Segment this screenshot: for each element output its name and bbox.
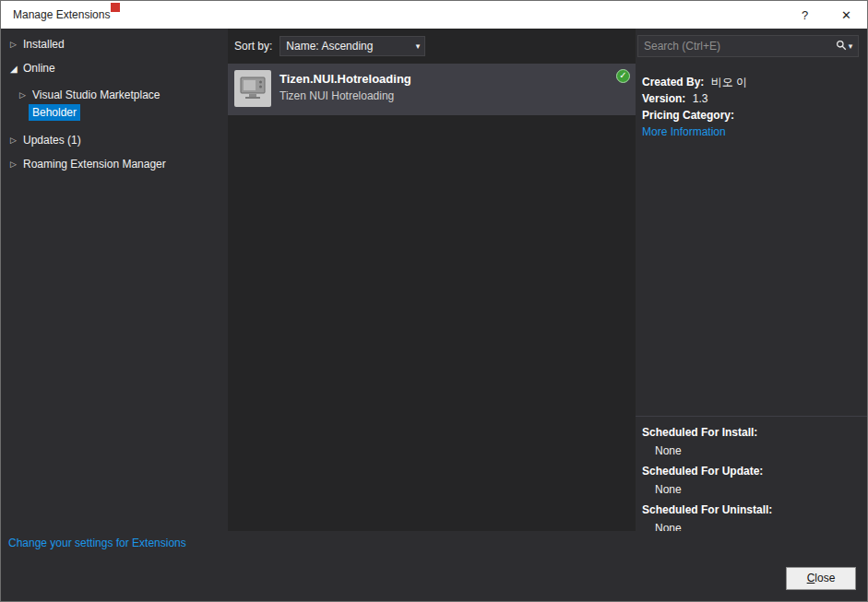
search-button[interactable]: ▾ [830,36,858,56]
scheduled-install-value: None [642,442,860,460]
extension-icon [234,70,271,107]
extension-subtitle: Tizen NUI Hotreloading [279,89,411,102]
scheduled-update-value: None [642,480,860,499]
help-button[interactable]: ? [784,1,826,29]
chevron-right-icon[interactable]: ▷ [10,40,23,49]
extension-title: Tizen.NUI.Hotreloading [279,72,411,86]
change-settings-link[interactable]: Change your settings for Extensions [8,537,186,549]
close-button[interactable]: Close [786,567,856,590]
sidebar-item-label: Online [23,62,55,75]
scheduled-section: Scheduled For Install: None Scheduled Fo… [636,416,867,539]
chevron-right-icon[interactable]: ▷ [10,159,23,169]
pricing-category-label: Pricing Category: [642,109,734,122]
version-value: 1.3 [693,92,708,105]
installed-check-badge: ✓ [616,69,630,83]
sort-by-label: Sort by: [234,40,272,53]
sidebar-item-updates[interactable]: ▷ Updates (1) [1,130,228,150]
sidebar-item-beholder[interactable]: Beholder [1,103,228,121]
titlebar-buttons: ? ✕ [784,1,867,29]
red-indicator [111,3,120,12]
search-box: ▾ [637,35,859,57]
chevron-down-icon: ▾ [847,41,853,51]
created-by-line: Created By: 비오 이 [642,77,860,89]
manage-extensions-dialog: Manage Extensions ? ✕ ▷ Installed ◢ Onli… [0,0,868,602]
created-by-value: 비오 이 [711,76,747,89]
sort-dropdown[interactable]: Name: Ascending ▾ [279,36,425,56]
chevron-right-icon[interactable]: ▷ [10,136,23,145]
sidebar-item-label: Updates (1) [23,134,81,147]
footer: Change your settings for Extensions Clos… [1,531,867,601]
sort-row: Sort by: Name: Ascending ▾ [228,29,636,64]
main-area: ▷ Installed ◢ Online ▷ Visual Studio Mar… [1,29,867,531]
sidebar-item-roaming-extension-manager[interactable]: ▷ Roaming Extension Manager [1,154,228,174]
sidebar: ▷ Installed ◢ Online ▷ Visual Studio Mar… [1,29,228,531]
sort-dropdown-value: Name: Ascending [286,40,411,53]
extension-list-panel: Sort by: Name: Ascending ▾ [228,29,636,531]
details-panel: ▾ Created By: 비오 이 Version: 1.3 Pricing … [636,29,867,531]
scheduled-update-label: Scheduled For Update: [642,462,860,480]
extension-item-tizen-nui-hotreloading[interactable]: Tizen.NUI.Hotreloading Tizen NUI Hotrelo… [228,64,636,115]
chevron-right-icon[interactable]: ▷ [19,90,32,100]
search-icon [836,40,847,53]
extension-details: Created By: 비오 이 Version: 1.3 Pricing Ca… [636,57,867,138]
extension-text: Tizen.NUI.Hotreloading Tizen NUI Hotrelo… [279,70,411,109]
sidebar-item-label: Roaming Extension Manager [23,158,166,171]
window-title: Manage Extensions [1,8,110,21]
scheduled-install-label: Scheduled For Install: [642,423,860,442]
window-close-button[interactable]: ✕ [826,1,867,29]
created-by-label: Created By: [642,76,704,89]
pricing-category-line: Pricing Category: [642,110,860,122]
sidebar-item-installed[interactable]: ▷ Installed [1,34,228,54]
more-information-link[interactable]: More Information [642,125,726,138]
chevron-down-icon: ▾ [412,41,421,51]
sidebar-item-label: Visual Studio Marketplace [32,89,161,101]
more-information-line: More Information [642,126,860,138]
search-input[interactable] [638,40,830,53]
chevron-expanded-icon[interactable]: ◢ [10,64,23,74]
version-line: Version: 1.3 [642,93,860,105]
sidebar-item-online[interactable]: ◢ Online [1,58,228,78]
titlebar: Manage Extensions ? ✕ [1,1,867,29]
scheduled-uninstall-label: Scheduled For Uninstall: [642,501,860,519]
version-label: Version: [642,92,685,105]
sidebar-item-label-selected: Beholder [29,104,80,121]
sidebar-item-label: Installed [23,38,65,51]
sidebar-item-visual-studio-marketplace[interactable]: ▷ Visual Studio Marketplace [1,86,228,103]
close-button-label-rest: lose [814,572,835,584]
